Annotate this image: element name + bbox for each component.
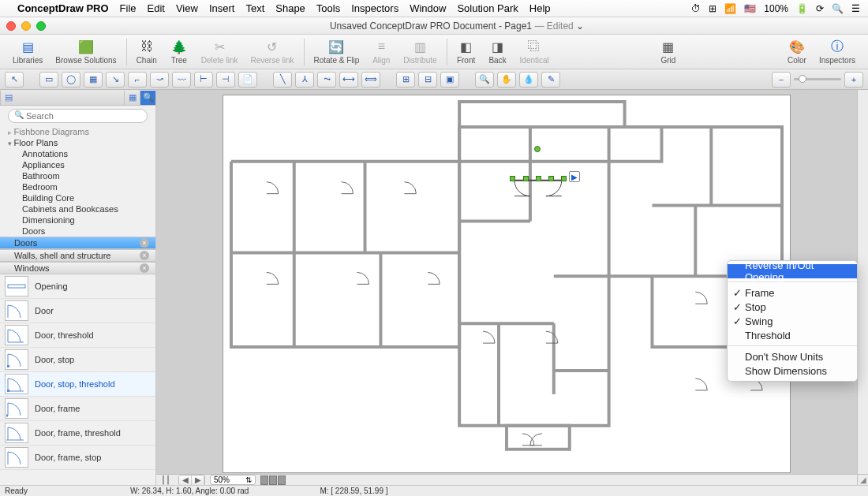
color-button[interactable]: 🎨Color — [781, 39, 813, 65]
grid-view-icon[interactable]: ▦ — [124, 91, 140, 105]
libraries-button[interactable]: ▤Libraries — [6, 39, 49, 65]
horizontal-scrollbar[interactable]: ┃┃ ◀ ▶ 50%⇅ — [156, 474, 857, 485]
app-name[interactable]: ConceptDraw PRO — [17, 2, 109, 14]
ctx-swing[interactable]: Swing — [728, 314, 857, 328]
libitem-opening[interactable]: Opening — [0, 274, 155, 299]
chain-button[interactable]: ⛓Chain — [130, 39, 163, 65]
page-thumbnails[interactable] — [260, 475, 286, 485]
resize-handle-w[interactable] — [510, 176, 515, 181]
ctx-reverse-opening[interactable]: Reverse In/Out Opening — [728, 264, 857, 278]
zoom-combo[interactable]: 50%⇅ — [210, 475, 256, 485]
connector-tool[interactable]: ↘ — [106, 72, 125, 88]
stepper-icon[interactable]: ⇅ — [245, 475, 252, 484]
line-tool[interactable]: ╲ — [273, 72, 292, 88]
tree-annotations[interactable]: Annotations — [0, 148, 155, 159]
page-next[interactable]: ▶ — [192, 475, 204, 485]
rect-tool[interactable]: ▭ — [39, 72, 58, 88]
library-tab-icon[interactable]: ▤ — [0, 91, 16, 105]
tree-bedroom[interactable]: Bedroom — [0, 181, 155, 192]
tile-icon[interactable]: ⊞ — [709, 3, 716, 14]
tree-connector-tool[interactable]: ⊢ — [194, 72, 213, 88]
scroll-grip-icon[interactable]: ┃┃ — [156, 475, 175, 484]
browse-solutions-button[interactable]: 🟩Browse Solutions — [49, 39, 122, 65]
elbow-tool[interactable]: ⌐ — [128, 72, 147, 88]
align-button[interactable]: ≡Align — [365, 39, 397, 65]
arc-tool[interactable]: ⤻ — [150, 72, 169, 88]
front-button[interactable]: ◧Front — [451, 39, 482, 65]
dimh-tool[interactable]: ⟷ — [339, 72, 358, 88]
ctx-frame[interactable]: Frame — [728, 285, 857, 300]
flag-icon[interactable]: 🇺🇸 — [744, 3, 756, 14]
category-doors[interactable]: Doors× — [0, 237, 155, 249]
resize-handle-e[interactable] — [561, 176, 567, 181]
vertical-scrollbar[interactable] — [857, 90, 868, 474]
battery-icon[interactable]: 🔋 — [796, 3, 808, 14]
tree-cabinets[interactable]: Cabinets and Bookcases — [0, 203, 155, 214]
menu-insert[interactable]: Insert — [209, 2, 235, 14]
pointer-tool[interactable]: ↖ — [5, 72, 24, 88]
dimv-tool[interactable]: ⟺ — [361, 72, 380, 88]
libitem-door-threshold[interactable]: Door, threshold — [0, 323, 155, 348]
resize-handle[interactable] — [523, 176, 529, 181]
resize-handle[interactable] — [548, 176, 554, 181]
back-button[interactable]: ◨Back — [482, 39, 514, 65]
libitem-door-stop[interactable]: Door, stop — [0, 348, 155, 372]
clock-icon[interactable]: ⏱ — [691, 3, 701, 14]
libitem-door-frame[interactable]: Door, frame — [0, 397, 155, 421]
title-dropdown-icon[interactable]: ⌄ — [576, 21, 584, 32]
curve-tool[interactable]: ⤳ — [317, 72, 336, 88]
ellipse-tool[interactable]: ◯ — [62, 72, 80, 88]
side-connector-tool[interactable]: ⊣ — [216, 72, 235, 88]
tree-bathroom[interactable]: Bathroom — [0, 170, 155, 181]
menu-tools[interactable]: Tools — [316, 2, 340, 14]
resize-handle-c[interactable] — [536, 176, 541, 181]
polyline-tool[interactable]: ⅄ — [295, 72, 314, 88]
spline-tool[interactable]: 〰 — [172, 72, 191, 88]
rotate-handle[interactable] — [534, 146, 541, 152]
close-icon[interactable]: × — [140, 238, 149, 248]
table-tool[interactable]: ▦ — [84, 72, 103, 88]
libitem-door-frame-threshold[interactable]: Door, frame, threshold — [0, 421, 155, 446]
close-icon[interactable]: × — [140, 251, 149, 260]
container-tool[interactable]: ▣ — [440, 72, 459, 88]
identical-button[interactable]: ⿻Identical — [514, 39, 556, 65]
rotate-flip-button[interactable]: 🔄Rotate & Flip — [308, 39, 366, 65]
menu-edit[interactable]: Edit — [148, 2, 165, 14]
tree-building-core[interactable]: Building Core — [0, 192, 155, 203]
menu-text[interactable]: Text — [245, 2, 264, 14]
wifi-icon[interactable]: 📶 — [724, 3, 736, 14]
distribute-button[interactable]: ▥Distribute — [397, 39, 443, 65]
menu-help[interactable]: Help — [529, 2, 551, 14]
spotlight-icon[interactable]: 🔍 — [832, 3, 844, 14]
tree-appliances[interactable]: Appliances — [0, 159, 155, 170]
menu-shape[interactable]: Shape — [275, 2, 305, 14]
resize-corner-icon[interactable]: ◢ — [857, 474, 868, 485]
tree-floor-plans[interactable]: Floor Plans — [0, 137, 155, 148]
tree-doors[interactable]: Doors — [0, 226, 155, 237]
delete-link-button[interactable]: ✂Delete link — [195, 39, 245, 65]
page-prev[interactable]: ◀ — [179, 475, 192, 485]
library-search-input[interactable] — [8, 109, 148, 123]
group-tool[interactable]: ⊞ — [396, 72, 415, 88]
zoom-window[interactable] — [36, 21, 46, 31]
inspectors-button[interactable]: ⓘInspectors — [813, 39, 862, 65]
menu-solution-park[interactable]: Solution Park — [457, 2, 518, 14]
note-tool[interactable]: 📄 — [238, 72, 257, 88]
tree-fishbone[interactable]: Fishbone Diagrams — [0, 126, 155, 137]
tree-dimensioning[interactable]: Dimensioning — [0, 214, 155, 226]
close-window[interactable] — [6, 21, 16, 31]
libitem-door-stop-threshold[interactable]: Door, stop, threshold — [0, 372, 155, 397]
canvas-area[interactable]: ▶ ┃┃ ◀ ▶ 50%⇅ ◢ Reverse In/Out Opening F… — [156, 90, 868, 485]
category-walls[interactable]: Walls, shell and structure× — [0, 249, 155, 262]
sync-icon[interactable]: ⟳ — [816, 3, 824, 14]
pan-tool[interactable]: ✋ — [497, 72, 516, 88]
libitem-door[interactable]: Door — [0, 299, 155, 323]
menu-file[interactable]: File — [120, 2, 137, 14]
close-icon[interactable]: × — [140, 263, 149, 273]
grid-button[interactable]: ▦Grid — [653, 39, 684, 65]
ungroup-tool[interactable]: ⊟ — [418, 72, 437, 88]
ctx-dont-show-units[interactable]: Don't Show Units — [728, 349, 857, 364]
menu-inspectors[interactable]: Inspectors — [351, 2, 398, 14]
category-windows[interactable]: Windows× — [0, 262, 155, 274]
search-tab-icon[interactable]: 🔍 — [140, 91, 155, 105]
